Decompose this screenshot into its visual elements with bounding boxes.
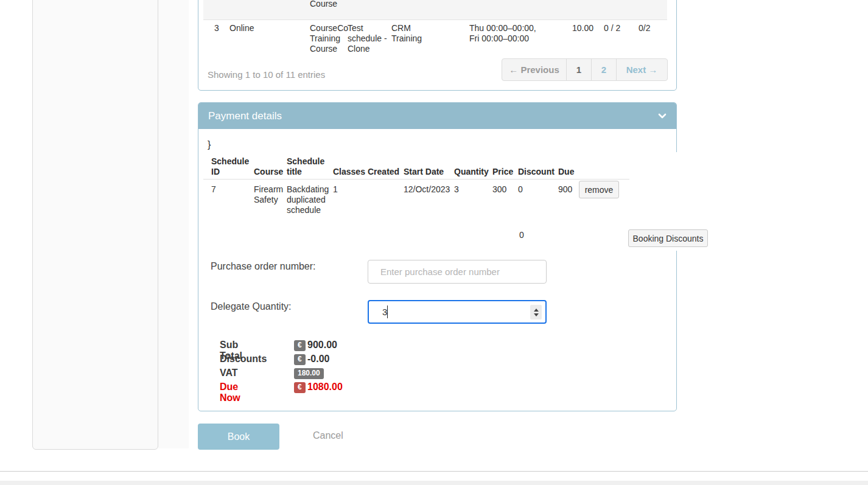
schedule-category-cell: CRM Training [391, 23, 428, 44]
discounts-value: -0.00 [307, 354, 329, 365]
line-due-cell: 900 [558, 184, 572, 195]
sidebar-gutter [158, 0, 189, 448]
left-sidebar-panel [32, 0, 158, 450]
stray-brace-text: } [208, 139, 211, 150]
pagination: ← Previous 1 2 Next → [502, 58, 668, 81]
schedule-places-cell: 0/2 [639, 23, 650, 33]
vat-value-badge: 180.00 [294, 368, 324, 379]
col-header-due: Due [558, 167, 574, 177]
chevron-down-icon[interactable] [658, 113, 667, 119]
line-course-cell: Firearm Safety [254, 184, 288, 205]
number-stepper[interactable] [530, 305, 542, 319]
partial-course-cell: Training Course [310, 0, 346, 9]
vat-label: VAT [220, 368, 238, 379]
col-header-discount: Discount [518, 167, 555, 177]
text-caret [387, 305, 388, 318]
payment-line-items-table: Schedule ID Course Schedule title Classe… [203, 156, 629, 221]
payment-details-panel: Payment details } Schedule ID Course Sch… [198, 102, 677, 411]
line-price-cell: 300 [492, 184, 506, 195]
col-header-classes: Classes [333, 167, 365, 177]
schedules-list-panel: Training Course schedule Training 3 Onli… [198, 0, 677, 91]
discounts-label: Discounts [220, 354, 267, 365]
delegate-quantity-label: Delegate Quantity: [211, 301, 292, 312]
line-discount-cell: 0 [518, 184, 523, 195]
schedule-id-cell: 3 [214, 23, 219, 33]
col-header-schedule-id: Schedule ID [211, 156, 249, 177]
table-info-text: Showing 1 to 10 of 11 entries [208, 69, 325, 80]
table-row: 3 Online CourseCo Training Course Test s… [203, 23, 667, 63]
stepper-up-icon[interactable] [534, 309, 539, 312]
euro-badge: € [294, 340, 306, 351]
col-header-quantity: Quantity [454, 167, 489, 177]
payment-details-title: Payment details [208, 110, 282, 122]
payment-table-header-row: Schedule ID Course Schedule title Classe… [203, 156, 629, 180]
line-schedule-id-cell: 7 [211, 184, 216, 195]
schedule-price-cell: 10.00 [572, 23, 593, 33]
col-header-created: Created [368, 167, 399, 177]
booking-discount-value: 0 [519, 230, 524, 240]
footer-divider [0, 471, 868, 472]
pagination-page-2-button[interactable]: 2 [592, 59, 617, 80]
line-schedule-title-cell: Backdating duplicated schedule [287, 184, 331, 215]
book-button[interactable]: Book [198, 424, 279, 450]
col-header-price: Price [492, 167, 513, 177]
col-header-course: Course [254, 167, 283, 177]
col-header-start-date: Start Date [404, 167, 444, 177]
schedule-course-cell: CourseCo Training Course [310, 23, 346, 54]
due-now-value: 1080.00 [307, 382, 343, 393]
delegate-quantity-field [368, 300, 547, 324]
line-classes-cell: 1 [333, 184, 338, 195]
remove-line-button[interactable]: remove [579, 181, 619, 198]
table-row-partial: Training Course schedule Training [203, 0, 667, 20]
euro-badge: € [294, 354, 306, 365]
euro-badge-red: € [294, 382, 306, 393]
line-start-date-cell: 12/Oct/2023 [404, 184, 450, 195]
purchase-order-input[interactable] [368, 260, 547, 284]
stepper-down-icon[interactable] [534, 313, 539, 316]
pagination-next-button[interactable]: Next → [617, 59, 667, 80]
schedule-title-cell: Test schedule - Clone [348, 23, 391, 54]
delegate-quantity-input[interactable] [368, 300, 547, 324]
col-header-schedule-title: Schedule title [287, 156, 324, 177]
line-quantity-cell: 3 [454, 184, 459, 195]
cancel-link[interactable]: Cancel [313, 430, 343, 441]
due-now-label: Due Now [220, 382, 240, 403]
payment-details-header[interactable]: Payment details [198, 103, 676, 129]
footer-bar [0, 481, 868, 485]
pagination-previous-button[interactable]: ← Previous [502, 59, 567, 80]
pagination-page-1-button[interactable]: 1 [567, 59, 592, 80]
subtotal-value: 900.00 [307, 340, 337, 351]
purchase-order-label: Purchase order number: [211, 261, 316, 272]
payment-table-row: 7 Firearm Safety Backdating duplicated s… [203, 180, 629, 221]
schedule-type-cell: Online [229, 23, 254, 33]
schedule-times-cell: Thu 00:00–00:00, Fri 00:00–00:00 [469, 23, 536, 44]
schedule-booked-cell: 0 / 2 [604, 23, 620, 33]
booking-discounts-button[interactable]: Booking Discounts [628, 229, 708, 247]
